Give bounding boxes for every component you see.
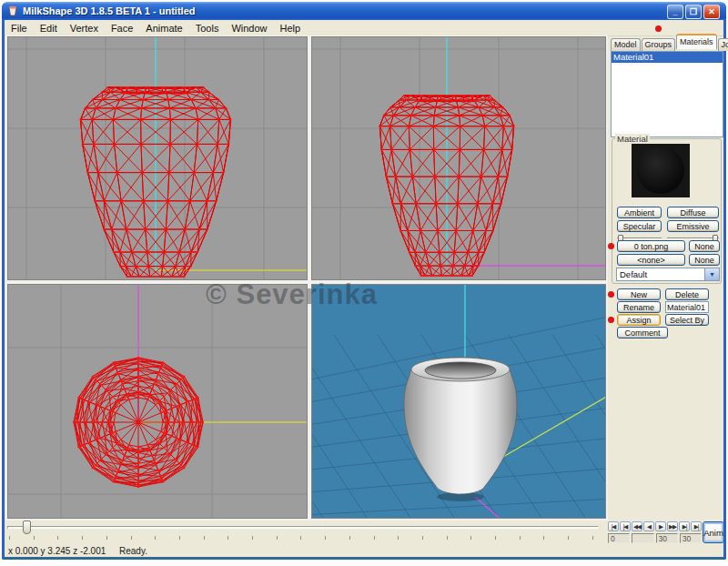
material-groupbox-label: Material [615, 134, 650, 144]
specular-button[interactable]: Specular [617, 220, 662, 232]
close-button[interactable]: ✕ [703, 5, 720, 19]
tab-joints[interactable]: Joints [718, 38, 728, 51]
emissive-button[interactable]: Emissive [667, 220, 719, 232]
viewport-front[interactable] [7, 36, 308, 280]
material-preview-sphere [637, 147, 684, 194]
anim-prev-key-button[interactable]: |◀ [620, 521, 631, 531]
shader-select[interactable]: Default ▼ [616, 268, 720, 281]
status-message: Ready. [119, 546, 147, 556]
alphamap-none-button[interactable]: None [689, 254, 720, 266]
materials-list[interactable]: Material01 [611, 51, 723, 137]
anim-step-fwd-button[interactable]: ▶ [655, 521, 666, 531]
menu-item-window[interactable]: Window [225, 23, 273, 34]
diffuse-button[interactable]: Diffuse [667, 207, 719, 218]
viewport-top[interactable] [7, 284, 308, 519]
watermark: © Severinka [206, 278, 378, 311]
timeline-ticks [9, 536, 596, 540]
annotation-dot-texture [608, 243, 614, 249]
timeline-slider[interactable] [7, 526, 599, 529]
menu-item-edit[interactable]: Edit [34, 23, 64, 34]
window-title: MilkShape 3D 1.8.5 BETA 1 - untitled [23, 5, 195, 16]
texture-button[interactable]: 0 ton.png [617, 240, 685, 252]
status-coordinates: x 0.000 y 3.245 z -2.001 [8, 546, 106, 556]
anim-total-frames-field[interactable] [656, 533, 678, 543]
anim-toggle-button[interactable]: Anim [703, 521, 724, 543]
viewport-3d-perspective[interactable] [311, 284, 606, 519]
annotation-dot-materials-tab [655, 25, 662, 32]
anim-current-frame-field[interactable] [608, 533, 630, 543]
menu-item-help[interactable]: Help [274, 23, 308, 34]
new-button[interactable]: New [617, 288, 661, 300]
rename-button[interactable]: Rename [617, 301, 661, 313]
titlebar[interactable]: MilkShape 3D 1.8.5 BETA 1 - untitled _ ❐… [2, 2, 726, 20]
alphamap-button[interactable]: <none> [617, 254, 685, 266]
tab-groups[interactable]: Groups [642, 38, 676, 51]
anim-frame-field-2[interactable] [632, 533, 653, 543]
annotation-dot-assign [608, 317, 614, 323]
app-icon [6, 5, 19, 17]
minimize-button[interactable]: _ [667, 5, 683, 19]
statusbar: x 0.000 y 3.245 z -2.001 Ready. [5, 544, 723, 557]
shader-select-value: Default [620, 269, 704, 279]
anim-nav-bar: |◀ |◀ ◀◀ ◀ ▶ ▶▶ ▶| ▶| [608, 521, 702, 531]
anim-frame-fields [608, 533, 702, 543]
screenshot: MilkShape 3D 1.8.5 BETA 1 - untitled _ ❐… [0, 0, 728, 566]
panel-tabs: Model Groups Materials Joints [611, 38, 728, 51]
assign-button[interactable]: Assign [617, 314, 661, 326]
anim-first-button[interactable]: |◀ [608, 521, 619, 531]
anim-step-back-button[interactable]: ◀ [643, 521, 654, 531]
menubar: File Edit Vertex Face Animate Tools Wind… [5, 20, 723, 36]
menu-item-file[interactable]: File [5, 23, 34, 34]
delete-button[interactable]: Delete [665, 288, 709, 300]
menu-item-face[interactable]: Face [105, 23, 139, 34]
materials-list-item-selected[interactable]: Material01 [612, 52, 723, 63]
anim-end-frame-field[interactable] [680, 533, 702, 543]
annotation-dot-new [608, 291, 614, 298]
menu-item-tools[interactable]: Tools [189, 23, 226, 34]
tab-materials[interactable]: Materials [676, 34, 717, 49]
comment-button[interactable]: Comment [617, 327, 668, 339]
select-by-button[interactable]: Select By [665, 314, 709, 326]
timeline-slider-thumb[interactable] [23, 521, 31, 534]
chevron-down-icon[interactable]: ▼ [704, 268, 719, 280]
anim-last-button[interactable]: ▶| [691, 521, 702, 531]
anim-rewind-button[interactable]: ◀◀ [632, 521, 642, 531]
menu-item-vertex[interactable]: Vertex [64, 23, 105, 34]
material-preview [632, 144, 690, 197]
menu-item-animate[interactable]: Animate [139, 23, 188, 34]
statusbar-accent-line [5, 558, 723, 560]
restore-button[interactable]: ❐ [685, 5, 702, 19]
anim-next-key-button[interactable]: ▶| [679, 521, 690, 531]
anim-forward-button[interactable]: ▶▶ [667, 521, 678, 531]
material-name-field[interactable] [665, 301, 709, 313]
viewport-side[interactable] [311, 36, 606, 280]
texture-none-button[interactable]: None [689, 240, 720, 252]
ambient-button[interactable]: Ambient [617, 207, 662, 218]
tab-model[interactable]: Model [611, 38, 641, 51]
